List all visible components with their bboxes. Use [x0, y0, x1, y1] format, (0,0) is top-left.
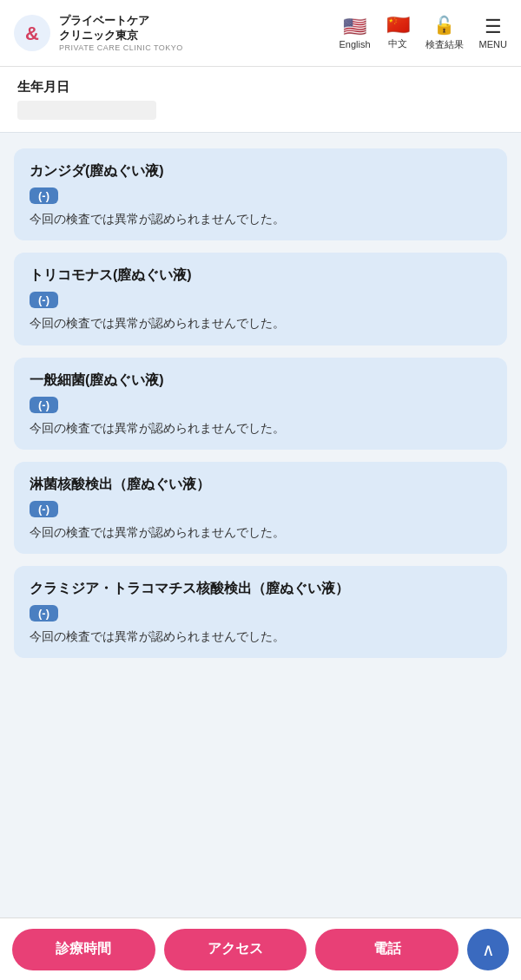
date-section-label: 生年月日 [17, 79, 504, 95]
result-desc-gonorrhea: 今回の検査では異常が認められませんでした。 [30, 524, 491, 542]
header-nav: 🇺🇸 English 🇨🇳 中文 🔓 検査結果 ☰ MENU [340, 15, 507, 51]
header: & プライベートケアクリニック東京 PRIVATE CARE CLINIC TO… [0, 0, 521, 67]
phone-button[interactable]: 電話 [315, 929, 458, 970]
result-desc-bacteria: 今回の検査では異常が認められませんでした。 [30, 420, 491, 437]
result-card-chlamydia: クラミジア・トラコマチス核酸検出（膣ぬぐい液） (-) 今回の検査では異常が認め… [14, 566, 507, 658]
footer: 診療時間 アクセス 電話 ∧ [0, 918, 521, 980]
date-section: 生年月日 [0, 67, 521, 133]
unlock-icon: 🔓 [433, 15, 455, 36]
result-badge-chlamydia: (-) [30, 605, 58, 622]
nav-chinese[interactable]: 🇨🇳 中文 [386, 16, 410, 50]
logo-name-jp: プライベートケアクリニック東京 [59, 14, 183, 43]
result-card-trichomonas: トリコモナス(膣ぬぐい液) (-) 今回の検査では異常が認められませんでした。 [14, 253, 507, 345]
results-label: 検査結果 [425, 38, 464, 51]
date-value [17, 101, 156, 120]
logo-ampersand-icon: & [14, 15, 50, 51]
scroll-up-button[interactable]: ∧ [467, 929, 509, 970]
result-badge-bacteria: (-) [30, 397, 58, 413]
chevron-up-icon: ∧ [482, 939, 495, 960]
result-card-candida: カンジダ(膣ぬぐい液) (-) 今回の検査では異常が認められませんでした。 [14, 148, 507, 240]
result-desc-trichomonas: 今回の検査では異常が認められませんでした。 [30, 315, 491, 332]
result-badge-candida: (-) [30, 187, 58, 204]
result-card-gonorrhea: 淋菌核酸検出（膣ぬぐい液） (-) 今回の検査では異常が認められませんでした。 [14, 462, 507, 554]
result-desc-candida: 今回の検査では異常が認められませんでした。 [30, 211, 491, 228]
menu-icon: ☰ [485, 17, 502, 36]
access-button[interactable]: アクセス [164, 929, 307, 970]
english-label: English [340, 39, 371, 49]
result-desc-chlamydia: 今回の検査では異常が認められませんでした。 [30, 628, 491, 646]
nav-menu[interactable]: ☰ MENU [479, 17, 507, 49]
clinic-hours-button[interactable]: 診療時間 [12, 929, 155, 970]
nav-results[interactable]: 🔓 検査結果 [425, 15, 464, 51]
result-title-bacteria: 一般細菌(膣ぬぐい液) [30, 372, 491, 390]
logo-text: プライベートケアクリニック東京 PRIVATE CARE CLINIC TOKY… [59, 14, 183, 52]
result-badge-gonorrhea: (-) [30, 501, 58, 517]
result-card-bacteria: 一般細菌(膣ぬぐい液) (-) 今回の検査では異常が認められませんでした。 [14, 358, 507, 450]
menu-label: MENU [479, 39, 507, 49]
svg-text:&: & [25, 23, 39, 44]
chinese-flag-icon: 🇨🇳 [386, 16, 410, 35]
logo-name-en: PRIVATE CARE CLINIC TOKYO [59, 43, 183, 52]
logo: & プライベートケアクリニック東京 PRIVATE CARE CLINIC TO… [14, 14, 340, 52]
result-title-chlamydia: クラミジア・トラコマチス核酸検出（膣ぬぐい液） [30, 580, 491, 598]
results-section: カンジダ(膣ぬぐい液) (-) 今回の検査では異常が認められませんでした。 トリ… [0, 133, 521, 745]
result-title-gonorrhea: 淋菌核酸検出（膣ぬぐい液） [30, 476, 491, 494]
english-flag-icon: 🇺🇸 [343, 17, 366, 36]
nav-english[interactable]: 🇺🇸 English [340, 17, 371, 49]
result-badge-trichomonas: (-) [30, 292, 58, 308]
result-title-candida: カンジダ(膣ぬぐい液) [30, 162, 491, 181]
result-title-trichomonas: トリコモナス(膣ぬぐい液) [30, 266, 491, 285]
chinese-label: 中文 [388, 37, 407, 50]
